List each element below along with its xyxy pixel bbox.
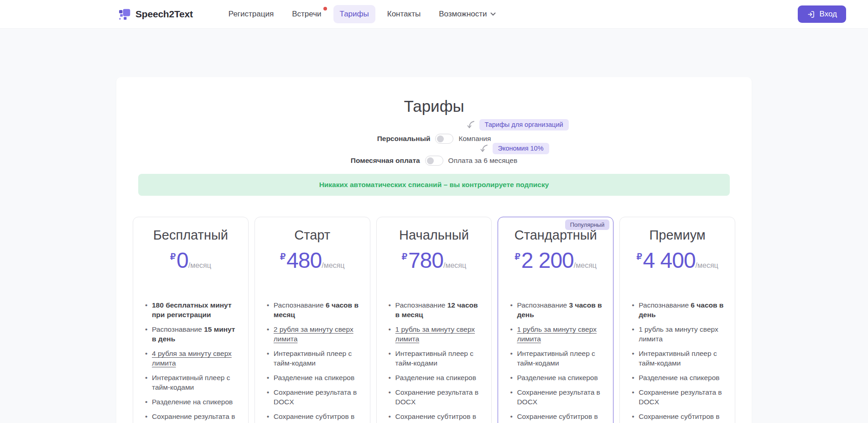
org-badge-row: Тарифы для организаций — [116, 119, 752, 132]
page-title: Тарифы — [116, 96, 752, 116]
savings-badge[interactable]: Экономия 10% — [493, 143, 549, 154]
plan-card: Старт ₽ 480 /месяц Распознавание 6 часов… — [255, 217, 370, 423]
plan-price: ₽ 0 /месяц — [144, 248, 237, 273]
price-amount: 480 — [286, 248, 322, 273]
price-period: /месяц — [574, 261, 597, 270]
nav-item-label: Встречи — [292, 10, 321, 19]
brand[interactable]: Speech2Text — [119, 8, 193, 21]
billing-switch[interactable] — [425, 156, 443, 166]
plan-cards: Бесплатный ₽ 0 /месяц 180 бесплатных мин… — [116, 217, 752, 423]
price-period: /месяц — [322, 261, 344, 270]
nav-item-label: Возможности — [439, 10, 487, 19]
feature-link[interactable]: 1 рубль за минуту сверх лимита — [517, 325, 597, 343]
curve-down-arrow-icon — [480, 144, 489, 154]
login-button[interactable]: Вход — [798, 5, 846, 23]
no-autocharge-banner: Никаких автоматических списаний – вы кон… — [138, 174, 730, 196]
feature-item: Сохранение результата в DOCX — [144, 412, 237, 423]
plan-price: ₽ 480 /месяц — [266, 248, 359, 273]
price-amount: 4 400 — [643, 248, 695, 273]
feature-item: Сохранение субтитров в SRT формате — [509, 412, 602, 423]
feature-item: Распознавание 12 часов в месяц — [388, 300, 481, 319]
price-amount: 2 200 — [521, 248, 574, 273]
feature-item: Распознавание 15 минут в день — [144, 324, 237, 344]
feature-item: Распознавание 6 часов в день — [631, 300, 724, 319]
feature-link[interactable]: 4 рубля за минуту сверх лимита — [152, 350, 232, 367]
feature-item: 1 рубль за минуту сверх лимита — [631, 324, 724, 344]
currency-symbol: ₽ — [170, 251, 176, 262]
nav-item-контакты[interactable]: Контакты — [381, 5, 427, 23]
feature-item: 180 бесплатных минут при регистрации — [144, 300, 237, 319]
currency-symbol: ₽ — [402, 251, 407, 262]
notification-dot — [323, 7, 327, 10]
feature-list: 180 бесплатных минут при регистрацииРасп… — [144, 300, 237, 423]
nav-item-регистрация[interactable]: Регистрация — [222, 5, 280, 23]
plan-price: ₽ 2 200 /месяц — [509, 248, 602, 273]
feature-item: Разделение на спикеров — [144, 397, 237, 407]
main-nav: РегистрацияВстречиТарифыКонтактыВозможно… — [222, 5, 502, 23]
price-period: /месяц — [443, 261, 466, 270]
savings-badge-row: Экономия 10% — [116, 143, 752, 156]
popular-badge: Популярный — [565, 219, 609, 230]
feature-item: 4 рубля за минуту сверх лимита — [144, 349, 237, 368]
nav-item-встречи[interactable]: Встречи — [286, 5, 327, 23]
audience-switch[interactable] — [435, 134, 453, 144]
plan-card: Начальный ₽ 780 /месяц Распознавание 12 … — [376, 217, 492, 423]
toggle-label-personal: Персональный — [377, 135, 431, 143]
feature-item: Интерактивный плеер с тайм-кодами — [266, 349, 359, 368]
feature-item: Интерактивный плеер с тайм-кодами — [388, 349, 481, 368]
plan-name: Начальный — [388, 227, 481, 243]
nav-item-label: Регистрация — [229, 10, 274, 19]
toggle-label-monthly: Помесячная оплата — [351, 157, 420, 165]
org-pricing-badge[interactable]: Тарифы для организаций — [479, 119, 569, 131]
feature-item: Интерактивный плеер с тайм-кодами — [509, 349, 602, 368]
feature-item: Разделение на спикеров — [631, 373, 724, 382]
feature-item: Интерактивный плеер с тайм-кодами — [631, 349, 724, 368]
feature-item: Сохранение результата в DOCX — [388, 387, 481, 407]
billing-toggle-row: Помесячная оплата Оплата за 6 месяцев — [116, 155, 752, 167]
login-icon — [807, 10, 816, 19]
currency-symbol: ₽ — [515, 251, 520, 262]
curve-down-arrow-icon — [467, 120, 475, 131]
pricing-panel: Тарифы Тарифы для организаций Персональн… — [116, 77, 752, 423]
feature-item: Сохранение субтитров в SRT формате — [631, 412, 724, 423]
price-period: /месяц — [188, 261, 211, 270]
plan-name: Премиум — [631, 227, 724, 243]
feature-item: Интерактивный плеер с тайм-кодами — [144, 373, 237, 392]
toggle-label-company: Компания — [458, 135, 491, 143]
feature-list: Распознавание 6 часов в день1 рубль за м… — [631, 300, 724, 423]
feature-item: 1 рубль за минуту сверх лимита — [388, 324, 481, 344]
plan-card: Популярный Стандартный ₽ 2 200 /месяц Ра… — [498, 217, 613, 423]
main-content: Тарифы Тарифы для организаций Персональн… — [0, 77, 868, 423]
currency-symbol: ₽ — [280, 251, 286, 262]
feature-item: Сохранение субтитров в SRT формате — [388, 412, 481, 423]
feature-list: Распознавание 12 часов в месяц1 рубль за… — [388, 300, 481, 423]
feature-list: Распознавание 6 часов в месяц2 рубля за … — [266, 300, 359, 423]
feature-item: Разделение на спикеров — [509, 373, 602, 382]
feature-link[interactable]: 2 рубля за минуту сверх лимита — [274, 325, 353, 343]
brand-name: Speech2Text — [135, 9, 193, 20]
plan-card: Премиум ₽ 4 400 /месяц Распознавание 6 ч… — [619, 217, 735, 423]
plan-name: Бесплатный — [144, 227, 237, 243]
plan-name: Старт — [266, 227, 359, 243]
feature-item: Сохранение субтитров в SRT формате — [266, 412, 359, 423]
nav-item-label: Тарифы — [340, 10, 369, 19]
feature-list: Распознавание 3 часов в день1 рубль за м… — [509, 300, 602, 423]
price-period: /месяц — [696, 261, 718, 270]
nav-item-тарифы[interactable]: Тарифы — [333, 5, 375, 23]
feature-item: 1 рубль за минуту сверх лимита — [509, 324, 602, 344]
brand-logo-icon — [119, 8, 131, 21]
nav-item-возможности[interactable]: Возможности — [432, 5, 502, 23]
feature-item: 2 рубля за минуту сверх лимита — [266, 324, 359, 344]
feature-item: Распознавание 3 часов в день — [509, 300, 602, 319]
login-label: Вход — [820, 10, 837, 19]
chevron-down-icon — [490, 12, 496, 16]
feature-item: Сохранение результата в DOCX — [509, 387, 602, 407]
price-amount: 0 — [177, 248, 188, 273]
nav-item-label: Контакты — [387, 10, 421, 19]
currency-symbol: ₽ — [636, 251, 642, 262]
feature-item: Сохранение результата в DOCX — [631, 387, 724, 407]
header: Speech2Text РегистрацияВстречиТарифыКонт… — [0, 0, 868, 29]
feature-item: Разделение на спикеров — [266, 373, 359, 382]
feature-item: Разделение на спикеров — [388, 373, 481, 382]
feature-link[interactable]: 1 рубль за минуту сверх лимита — [395, 325, 475, 343]
